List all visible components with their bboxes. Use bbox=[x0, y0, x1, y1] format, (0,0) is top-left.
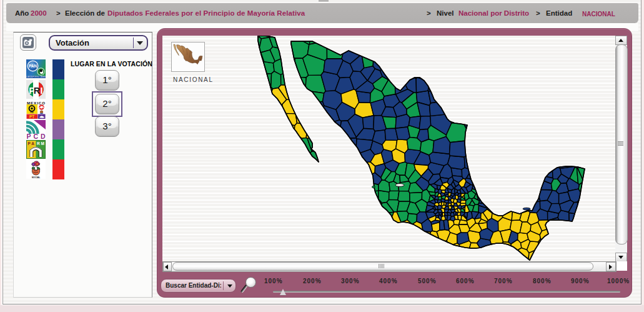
svg-text:PT: PT bbox=[29, 114, 34, 119]
svg-text:PCD: PCD bbox=[27, 133, 46, 139]
svg-text:PAN: PAN bbox=[29, 64, 37, 68]
svg-text:I: I bbox=[41, 86, 43, 96]
svg-text:ALIANZA POR EL CAMBIO: ALIANZA POR EL CAMBIO bbox=[26, 76, 46, 78]
svg-text:R M: R M bbox=[37, 141, 44, 146]
svg-text:P A: P A bbox=[28, 141, 35, 146]
svg-text:MEXICO: MEXICO bbox=[27, 101, 45, 105]
svg-text:PRD: PRD bbox=[30, 111, 34, 114]
svg-text:SOCIAL: SOCIAL bbox=[32, 176, 41, 179]
svg-text:R: R bbox=[34, 86, 41, 96]
